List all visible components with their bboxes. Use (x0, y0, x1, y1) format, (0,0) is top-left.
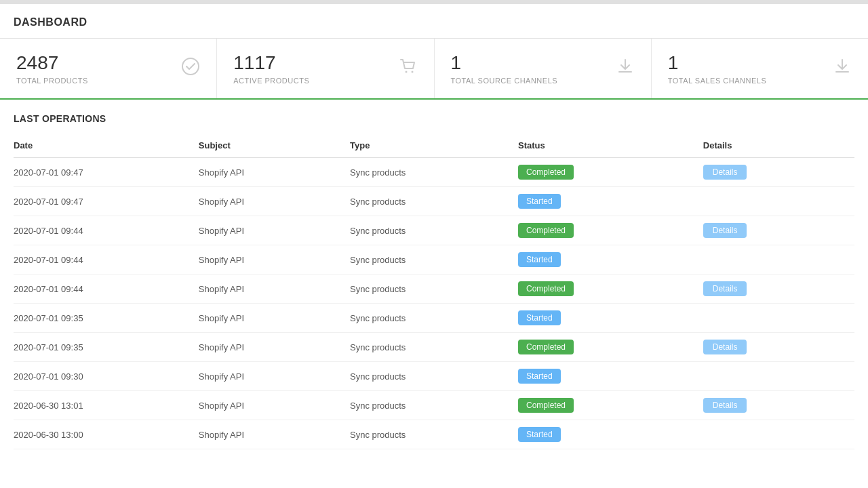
cell-subject: Shopify API (199, 391, 350, 420)
svg-point-0 (182, 58, 199, 75)
cell-type: Sync products (350, 362, 518, 391)
stat-number-total-source-channels: 1 (451, 52, 558, 74)
cell-details (703, 420, 854, 449)
cell-date: 2020-07-01 09:47 (14, 158, 199, 187)
cell-date: 2020-07-01 09:44 (14, 245, 199, 274)
section-title-last-operations: LAST OPERATIONS (14, 113, 854, 124)
status-badge: Completed (518, 165, 574, 180)
table-row: 2020-07-01 09:47 Shopify API Sync produc… (14, 158, 854, 187)
stat-text-total-source-channels: 1 TOTAL SOURCE CHANNELS (451, 52, 558, 85)
table-row: 2020-07-01 09:35 Shopify API Sync produc… (14, 304, 854, 333)
table-row: 2020-07-01 09:44 Shopify API Sync produc… (14, 274, 854, 304)
operations-table: Date Subject Type Status Details 2020-07… (14, 135, 854, 449)
cell-status: Started (518, 362, 703, 391)
table-row: 2020-07-01 09:30 Shopify API Sync produc… (14, 362, 854, 391)
cell-details: Details (703, 216, 854, 245)
status-badge: Completed (518, 223, 574, 238)
table-row: 2020-07-01 09:35 Shopify API Sync produc… (14, 333, 854, 362)
page-wrapper: DASHBOARD 2487 TOTAL PRODUCTS 1117 ACTIV… (0, 0, 868, 488)
cell-subject: Shopify API (199, 158, 350, 187)
cell-date: 2020-07-01 09:47 (14, 187, 199, 216)
details-button[interactable]: Details (703, 281, 747, 296)
cell-status: Started (518, 420, 703, 449)
details-button[interactable]: Details (703, 398, 747, 413)
cell-status: Completed (518, 391, 703, 420)
cell-type: Sync products (350, 391, 518, 420)
cell-type: Sync products (350, 158, 518, 187)
cell-subject: Shopify API (199, 187, 350, 216)
cell-status: Started (518, 187, 703, 216)
stat-number-total-sales-channels: 1 (668, 52, 767, 74)
cell-subject: Shopify API (199, 304, 350, 333)
cell-type: Sync products (350, 245, 518, 274)
table-row: 2020-07-01 09:47 Shopify API Sync produc… (14, 187, 854, 216)
stat-label-total-sales-channels: TOTAL SALES CHANNELS (668, 77, 767, 85)
details-button[interactable]: Details (703, 165, 747, 180)
cell-date: 2020-07-01 09:35 (14, 304, 199, 333)
col-header-date: Date (14, 135, 199, 158)
cell-date: 2020-07-01 09:30 (14, 362, 199, 391)
cell-type: Sync products (350, 333, 518, 362)
stat-number-active-products: 1117 (233, 52, 309, 74)
table-row: 2020-07-01 09:44 Shopify API Sync produc… (14, 216, 854, 245)
col-header-subject: Subject (199, 135, 350, 158)
header: DASHBOARD (0, 4, 868, 39)
stat-label-total-source-channels: TOTAL SOURCE CHANNELS (451, 77, 558, 85)
stat-card-total-products: 2487 TOTAL PRODUCTS (0, 39, 217, 98)
status-badge: Completed (518, 340, 574, 354)
col-header-details: Details (703, 135, 854, 158)
table-row: 2020-06-30 13:00 Shopify API Sync produc… (14, 420, 854, 449)
details-button[interactable]: Details (703, 340, 747, 354)
cell-details: Details (703, 158, 854, 187)
cell-status: Completed (518, 333, 703, 362)
col-header-status: Status (518, 135, 703, 158)
cell-details (703, 362, 854, 391)
cell-date: 2020-06-30 13:00 (14, 420, 199, 449)
stat-label-total-products: TOTAL PRODUCTS (16, 77, 88, 85)
cell-status: Completed (518, 274, 703, 304)
cell-date: 2020-07-01 09:44 (14, 216, 199, 245)
sales-icon (833, 57, 852, 81)
cell-status: Started (518, 304, 703, 333)
cell-details (703, 304, 854, 333)
cell-date: 2020-07-01 09:35 (14, 333, 199, 362)
cell-details (703, 245, 854, 274)
last-operations-section: LAST OPERATIONS Date Subject Type Status… (0, 100, 868, 449)
stats-row: 2487 TOTAL PRODUCTS 1117 ACTIVE PRODUCTS (0, 39, 868, 100)
cell-status: Completed (518, 158, 703, 187)
cell-details (703, 187, 854, 216)
cell-type: Sync products (350, 420, 518, 449)
cell-type: Sync products (350, 304, 518, 333)
status-badge: Started (518, 194, 561, 209)
status-badge: Started (518, 427, 561, 442)
status-badge: Completed (518, 281, 574, 296)
svg-point-2 (411, 71, 413, 73)
cell-status: Completed (518, 216, 703, 245)
col-header-type: Type (350, 135, 518, 158)
cell-subject: Shopify API (199, 420, 350, 449)
status-badge: Started (518, 310, 561, 325)
cell-subject: Shopify API (199, 274, 350, 304)
cell-details: Details (703, 391, 854, 420)
cart-icon (399, 57, 418, 80)
stat-number-total-products: 2487 (16, 52, 88, 74)
stat-card-total-source-channels: 1 TOTAL SOURCE CHANNELS (435, 39, 652, 98)
stat-card-active-products: 1117 ACTIVE PRODUCTS (217, 39, 434, 98)
table-row: 2020-07-01 09:44 Shopify API Sync produc… (14, 245, 854, 274)
cell-date: 2020-06-30 13:01 (14, 391, 199, 420)
cell-subject: Shopify API (199, 362, 350, 391)
cell-type: Sync products (350, 187, 518, 216)
cell-date: 2020-07-01 09:44 (14, 274, 199, 304)
details-button[interactable]: Details (703, 223, 747, 238)
cell-details: Details (703, 333, 854, 362)
status-badge: Started (518, 252, 561, 267)
status-badge: Started (518, 369, 561, 384)
stat-label-active-products: ACTIVE PRODUCTS (233, 77, 309, 85)
stat-text-total-products: 2487 TOTAL PRODUCTS (16, 52, 88, 85)
cell-status: Started (518, 245, 703, 274)
cell-type: Sync products (350, 216, 518, 245)
check-circle-icon (181, 57, 200, 81)
stat-text-total-sales-channels: 1 TOTAL SALES CHANNELS (668, 52, 767, 85)
download-icon (616, 57, 635, 81)
cell-subject: Shopify API (199, 216, 350, 245)
